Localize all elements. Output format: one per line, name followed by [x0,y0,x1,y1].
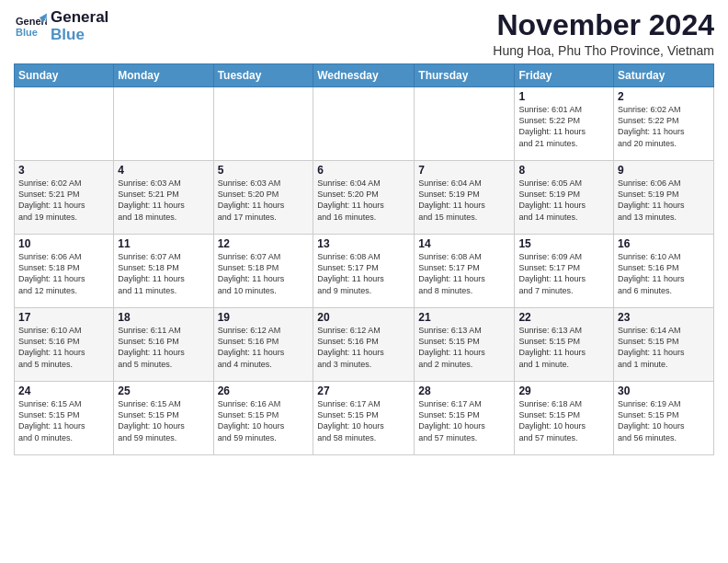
day-number: 1 [518,90,609,103]
day-info: Sunrise: 6:04 AM Sunset: 5:20 PM Dayligh… [317,178,410,223]
calendar-cell: 30Sunrise: 6:19 AM Sunset: 5:15 PM Dayli… [614,382,714,455]
calendar-cell: 27Sunrise: 6:17 AM Sunset: 5:15 PM Dayli… [313,382,415,455]
day-info: Sunrise: 6:10 AM Sunset: 5:16 PM Dayligh… [618,251,710,296]
day-info: Sunrise: 6:18 AM Sunset: 5:15 PM Dayligh… [518,398,609,443]
logo-icon: General Blue [14,10,47,43]
day-number: 3 [18,164,109,177]
day-number: 26 [218,385,310,397]
day-info: Sunrise: 6:01 AM Sunset: 5:22 PM Dayligh… [518,104,609,149]
header-row: Sunday Monday Tuesday Wednesday Thursday… [15,64,714,87]
day-info: Sunrise: 6:05 AM Sunset: 5:19 PM Dayligh… [518,178,609,223]
calendar-cell [114,87,213,161]
day-info: Sunrise: 6:17 AM Sunset: 5:15 PM Dayligh… [418,398,510,443]
calendar-cell: 6Sunrise: 6:04 AM Sunset: 5:20 PM Daylig… [313,161,415,235]
calendar-cell: 13Sunrise: 6:08 AM Sunset: 5:17 PM Dayli… [313,235,415,308]
day-info: Sunrise: 6:16 AM Sunset: 5:15 PM Dayligh… [218,398,310,443]
day-info: Sunrise: 6:02 AM Sunset: 5:21 PM Dayligh… [18,178,109,223]
calendar-cell: 1Sunrise: 6:01 AM Sunset: 5:22 PM Daylig… [515,87,614,161]
day-info: Sunrise: 6:06 AM Sunset: 5:19 PM Dayligh… [618,178,710,223]
day-number: 13 [317,237,410,250]
calendar-cell [213,87,313,161]
day-number: 17 [18,311,109,324]
day-number: 27 [317,385,410,397]
col-monday: Monday [114,64,213,87]
day-number: 20 [317,311,410,324]
day-info: Sunrise: 6:10 AM Sunset: 5:16 PM Dayligh… [18,325,109,370]
calendar-cell [313,87,415,161]
calendar-cell: 16Sunrise: 6:10 AM Sunset: 5:16 PM Dayli… [614,235,714,308]
day-number: 6 [317,164,410,177]
calendar-week-3: 10Sunrise: 6:06 AM Sunset: 5:18 PM Dayli… [15,235,714,308]
day-number: 22 [518,311,609,324]
calendar-cell: 17Sunrise: 6:10 AM Sunset: 5:16 PM Dayli… [15,308,114,382]
day-info: Sunrise: 6:07 AM Sunset: 5:18 PM Dayligh… [118,251,209,296]
day-info: Sunrise: 6:04 AM Sunset: 5:19 PM Dayligh… [418,178,510,223]
day-number: 21 [418,311,510,324]
day-number: 2 [618,90,710,103]
day-number: 30 [618,385,710,397]
day-number: 5 [218,164,310,177]
calendar-cell: 24Sunrise: 6:15 AM Sunset: 5:15 PM Dayli… [15,382,114,455]
day-info: Sunrise: 6:06 AM Sunset: 5:18 PM Dayligh… [18,251,109,296]
day-info: Sunrise: 6:03 AM Sunset: 5:21 PM Dayligh… [118,178,209,223]
day-info: Sunrise: 6:11 AM Sunset: 5:16 PM Dayligh… [118,325,209,370]
day-number: 23 [618,311,710,324]
svg-text:Blue: Blue [16,27,38,38]
day-number: 28 [418,385,510,397]
day-info: Sunrise: 6:12 AM Sunset: 5:16 PM Dayligh… [218,325,310,370]
day-number: 9 [618,164,710,177]
calendar-cell: 23Sunrise: 6:14 AM Sunset: 5:15 PM Dayli… [614,308,714,382]
day-info: Sunrise: 6:19 AM Sunset: 5:15 PM Dayligh… [618,398,710,443]
day-number: 16 [618,237,710,250]
day-number: 25 [118,385,209,397]
calendar-cell: 12Sunrise: 6:07 AM Sunset: 5:18 PM Dayli… [213,235,313,308]
calendar-cell: 14Sunrise: 6:08 AM Sunset: 5:17 PM Dayli… [415,235,515,308]
day-info: Sunrise: 6:15 AM Sunset: 5:15 PM Dayligh… [18,398,109,443]
day-info: Sunrise: 6:15 AM Sunset: 5:15 PM Dayligh… [118,398,209,443]
location: Hung Hoa, Phu Tho Province, Vietnam [493,43,714,58]
day-number: 4 [118,164,209,177]
day-info: Sunrise: 6:14 AM Sunset: 5:15 PM Dayligh… [618,325,710,370]
calendar-cell: 28Sunrise: 6:17 AM Sunset: 5:15 PM Dayli… [415,382,515,455]
day-info: Sunrise: 6:08 AM Sunset: 5:17 PM Dayligh… [317,251,410,296]
calendar-cell: 15Sunrise: 6:09 AM Sunset: 5:17 PM Dayli… [515,235,614,308]
calendar-cell: 19Sunrise: 6:12 AM Sunset: 5:16 PM Dayli… [213,308,313,382]
day-info: Sunrise: 6:17 AM Sunset: 5:15 PM Dayligh… [317,398,410,443]
day-info: Sunrise: 6:13 AM Sunset: 5:15 PM Dayligh… [418,325,510,370]
calendar-cell [15,87,114,161]
calendar-cell: 26Sunrise: 6:16 AM Sunset: 5:15 PM Dayli… [213,382,313,455]
calendar-cell: 29Sunrise: 6:18 AM Sunset: 5:15 PM Dayli… [515,382,614,455]
col-wednesday: Wednesday [313,64,415,87]
day-number: 29 [518,385,609,397]
header: General Blue General Blue November 2024 … [14,9,714,58]
calendar-cell: 4Sunrise: 6:03 AM Sunset: 5:21 PM Daylig… [114,161,213,235]
day-number: 24 [18,385,109,397]
calendar-cell: 21Sunrise: 6:13 AM Sunset: 5:15 PM Dayli… [415,308,515,382]
page: General Blue General Blue November 2024 … [0,0,728,563]
calendar-week-5: 24Sunrise: 6:15 AM Sunset: 5:15 PM Dayli… [15,382,714,455]
calendar: Sunday Monday Tuesday Wednesday Thursday… [14,63,714,455]
calendar-cell: 11Sunrise: 6:07 AM Sunset: 5:18 PM Dayli… [114,235,213,308]
title-block: November 2024 Hung Hoa, Phu Tho Province… [493,9,714,58]
col-tuesday: Tuesday [213,64,313,87]
day-number: 14 [418,237,510,250]
calendar-cell: 25Sunrise: 6:15 AM Sunset: 5:15 PM Dayli… [114,382,213,455]
day-number: 18 [118,311,209,324]
calendar-cell: 9Sunrise: 6:06 AM Sunset: 5:19 PM Daylig… [614,161,714,235]
day-info: Sunrise: 6:13 AM Sunset: 5:15 PM Dayligh… [518,325,609,370]
col-sunday: Sunday [15,64,114,87]
day-info: Sunrise: 6:09 AM Sunset: 5:17 PM Dayligh… [518,251,609,296]
day-number: 10 [18,237,109,250]
day-number: 15 [518,237,609,250]
col-thursday: Thursday [415,64,515,87]
calendar-week-1: 1Sunrise: 6:01 AM Sunset: 5:22 PM Daylig… [15,87,714,161]
day-info: Sunrise: 6:03 AM Sunset: 5:20 PM Dayligh… [218,178,310,223]
day-info: Sunrise: 6:07 AM Sunset: 5:18 PM Dayligh… [218,251,310,296]
calendar-cell: 18Sunrise: 6:11 AM Sunset: 5:16 PM Dayli… [114,308,213,382]
calendar-cell: 7Sunrise: 6:04 AM Sunset: 5:19 PM Daylig… [415,161,515,235]
calendar-cell: 2Sunrise: 6:02 AM Sunset: 5:22 PM Daylig… [614,87,714,161]
calendar-cell: 10Sunrise: 6:06 AM Sunset: 5:18 PM Dayli… [15,235,114,308]
day-info: Sunrise: 6:08 AM Sunset: 5:17 PM Dayligh… [418,251,510,296]
month-title: November 2024 [493,9,714,41]
calendar-week-4: 17Sunrise: 6:10 AM Sunset: 5:16 PM Dayli… [15,308,714,382]
